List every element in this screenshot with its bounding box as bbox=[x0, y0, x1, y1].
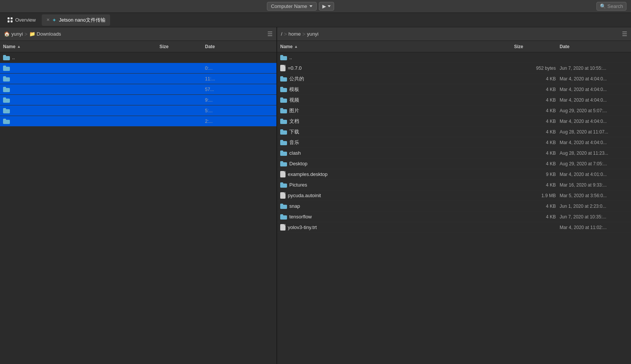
folder-icon bbox=[280, 76, 287, 82]
file-name bbox=[3, 66, 159, 71]
file-date: Jun 7, 2020 at 10:55:... bbox=[560, 66, 628, 71]
file-name-label: clash bbox=[289, 150, 301, 156]
folder-icon bbox=[280, 182, 287, 188]
file-name-label: yolov3-tiny.trt bbox=[288, 224, 317, 230]
search-box[interactable]: 🔍 Search bbox=[596, 2, 626, 11]
computer-name-label: Computer Name bbox=[271, 3, 307, 9]
file-name bbox=[3, 97, 159, 103]
search-placeholder: Search bbox=[607, 3, 623, 9]
right-file-list[interactable]: .. =0.7.0 952 bytes Jun 7, 2020 at 10:55… bbox=[277, 52, 631, 364]
table-row[interactable]: tensorflow 4 KB Jun 7, 2020 at 10:35:... bbox=[277, 212, 631, 222]
table-row[interactable]: 下载 4 KB Aug 28, 2020 at 11:07... bbox=[277, 127, 631, 137]
file-name: pycuda.autoinit bbox=[280, 192, 514, 199]
folder-icon bbox=[280, 214, 287, 220]
table-row[interactable]: .. bbox=[277, 52, 631, 63]
folder-icon bbox=[280, 108, 287, 113]
tab-overview[interactable]: Overview bbox=[3, 15, 40, 25]
folder-icon bbox=[3, 119, 10, 124]
search-icon: 🔍 bbox=[600, 3, 606, 9]
file-date: 9:... bbox=[205, 97, 273, 103]
table-row[interactable]: 2:... bbox=[0, 116, 276, 127]
empty-space bbox=[0, 127, 276, 233]
left-breadcrumb-folder: Downloads bbox=[37, 31, 61, 37]
file-size: 4 KB bbox=[514, 214, 560, 220]
file-date: Jun 1, 2020 at 2:23:0... bbox=[560, 204, 628, 209]
left-col-headers: Name ▲ Size Date bbox=[0, 41, 276, 52]
table-row[interactable]: pycuda.autoinit 1.9 MB Mar 5, 2020 at 3:… bbox=[277, 190, 631, 201]
table-row[interactable]: 0:... bbox=[0, 63, 276, 74]
table-row[interactable]: yolov3-tiny.trt Mar 4, 2020 at 11:02:... bbox=[277, 222, 631, 233]
top-bar-right: 🔍 Search bbox=[596, 2, 626, 11]
file-name-label: .. bbox=[12, 55, 15, 60]
table-row[interactable]: =0.7.0 952 bytes Jun 7, 2020 at 10:55:..… bbox=[277, 63, 631, 74]
tab-file-transfer-label: Jetson nano文件传输 bbox=[59, 17, 106, 24]
chevron-down-icon bbox=[309, 5, 312, 7]
left-col-size-label: Size bbox=[159, 44, 169, 49]
table-row[interactable]: snap 4 KB Jun 1, 2020 at 2:23:0... bbox=[277, 201, 631, 212]
left-sort-arrow: ▲ bbox=[17, 44, 21, 49]
folder-icon bbox=[280, 119, 287, 124]
file-name bbox=[3, 76, 159, 82]
table-row[interactable]: 视频 4 KB Mar 4, 2020 at 4:04:0... bbox=[277, 95, 631, 105]
file-name: .. bbox=[3, 55, 159, 60]
file-icon bbox=[280, 192, 286, 199]
play-button[interactable]: ▶ bbox=[319, 2, 334, 11]
table-row[interactable]: Desktop 4 KB Aug 29, 2020 at 7:05:... bbox=[277, 158, 631, 169]
folder-icon bbox=[3, 108, 10, 113]
file-name: 图片 bbox=[280, 107, 514, 114]
table-row[interactable]: 11:... bbox=[0, 74, 276, 84]
folder-icon bbox=[3, 76, 10, 82]
table-row[interactable]: examples.desktop 9 KB Mar 4, 2020 at 4:0… bbox=[277, 169, 631, 180]
left-pane: 🏠 yunyi > 📁 Downloads ☰ Name ▲ Size Date bbox=[0, 27, 277, 364]
file-name-label: 音乐 bbox=[289, 139, 299, 146]
right-menu-icon[interactable]: ☰ bbox=[622, 30, 627, 38]
computer-name-button[interactable]: Computer Name bbox=[267, 2, 317, 11]
left-file-list[interactable]: .. 0:... 11:... bbox=[0, 52, 276, 364]
table-row[interactable]: 9:... bbox=[0, 95, 276, 105]
right-breadcrumb-home: home bbox=[289, 31, 301, 37]
folder-icon bbox=[3, 97, 10, 103]
file-date: Mar 4, 2020 at 11:02:... bbox=[560, 225, 628, 230]
table-row[interactable]: Pictures 4 KB Mar 16, 2020 at 9:33:... bbox=[277, 180, 631, 190]
left-breadcrumb-folder-icon: 📁 bbox=[29, 31, 35, 37]
tab-close-icon[interactable]: ✕ bbox=[46, 17, 50, 22]
file-date: Mar 4, 2020 at 4:04:0... bbox=[560, 119, 628, 124]
table-row[interactable]: 图片 4 KB Aug 29, 2020 at 5:07:... bbox=[277, 105, 631, 116]
right-breadcrumb-folder: yunyi bbox=[307, 31, 319, 37]
right-breadcrumb: / > home > yunyi bbox=[281, 31, 319, 37]
file-size: 4 KB bbox=[514, 97, 560, 103]
table-row[interactable]: 模板 4 KB Mar 4, 2020 at 4:04:0... bbox=[277, 84, 631, 95]
file-name: Pictures bbox=[280, 182, 514, 188]
file-size: 4 KB bbox=[514, 129, 560, 135]
file-name-label: 下载 bbox=[289, 129, 299, 135]
file-size: 4 KB bbox=[514, 151, 560, 156]
file-size: 4 KB bbox=[514, 119, 560, 124]
file-date: 11:... bbox=[205, 76, 273, 82]
table-row[interactable]: 57... bbox=[0, 84, 276, 95]
table-row[interactable]: 公共的 4 KB Mar 4, 2020 at 4:04:0... bbox=[277, 74, 631, 84]
breadcrumb-sep1: > bbox=[24, 31, 27, 37]
table-row[interactable]: .. bbox=[0, 52, 276, 63]
file-name: Desktop bbox=[280, 161, 514, 166]
table-row[interactable]: 音乐 4 KB Mar 4, 2020 at 4:04:0... bbox=[277, 137, 631, 148]
right-sort-arrow: ▲ bbox=[294, 44, 298, 49]
folder-icon bbox=[280, 204, 287, 209]
play-icon: ▶ bbox=[322, 3, 326, 9]
folder-icon bbox=[280, 129, 287, 135]
file-name bbox=[3, 119, 159, 124]
table-row[interactable]: clash 4 KB Aug 28, 2020 at 11:23... bbox=[277, 148, 631, 158]
table-row[interactable]: 5:... bbox=[0, 105, 276, 116]
tab-overview-label: Overview bbox=[15, 17, 36, 23]
tab-file-transfer[interactable]: ✕ ✦ Jetson nano文件传输 bbox=[42, 14, 110, 26]
file-date: 0:... bbox=[205, 66, 273, 71]
file-name: 文档 bbox=[280, 118, 514, 125]
right-breadcrumb-sep2: > bbox=[302, 31, 305, 37]
file-name-label: 文档 bbox=[289, 118, 299, 125]
file-date: Mar 4, 2020 at 4:01:0... bbox=[560, 172, 628, 177]
table-row[interactable]: 文档 4 KB Mar 4, 2020 at 4:04:0... bbox=[277, 116, 631, 127]
file-name: snap bbox=[280, 203, 514, 209]
folder-icon bbox=[280, 97, 287, 103]
right-breadcrumb-sep1: > bbox=[284, 31, 287, 37]
folder-icon bbox=[3, 66, 10, 71]
left-menu-icon[interactable]: ☰ bbox=[267, 30, 273, 38]
